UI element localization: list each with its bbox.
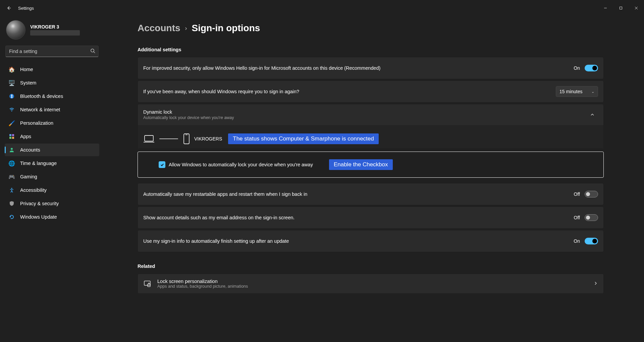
dropdown-value: 15 minutes — [559, 89, 582, 94]
nav-label: Bluetooth & devices — [20, 94, 63, 99]
brush-icon: 🖌️ — [9, 120, 15, 126]
lock-screen-icon — [143, 280, 151, 288]
back-button[interactable] — [2, 1, 15, 15]
row-label: Use my sign-in info to automatically fin… — [143, 238, 289, 244]
svg-point-8 — [11, 148, 13, 150]
app-title: Settings — [17, 6, 34, 11]
row-after-update: Use my sign-in info to automatically fin… — [138, 230, 604, 252]
avatar — [6, 20, 25, 40]
row-label: Show account details such as my email ad… — [143, 215, 294, 220]
toggle-state: Off — [574, 215, 580, 220]
sidebar: VIKROGER 3 🏠Home 🖥️System Bluetooth & de… — [0, 16, 104, 342]
nav: 🏠Home 🖥️System Bluetooth & devices Netwo… — [5, 63, 99, 223]
nav-privacy[interactable]: Privacy & security — [5, 197, 99, 210]
accessibility-icon — [9, 187, 15, 193]
nav-gaming[interactable]: 🎮Gaming — [5, 170, 99, 183]
nav-bluetooth[interactable]: Bluetooth & devices — [5, 90, 99, 103]
toggle-account-details[interactable] — [585, 214, 598, 221]
row-subtitle: Automatically lock your device when you'… — [143, 115, 234, 120]
nav-apps[interactable]: Apps — [5, 130, 99, 143]
nav-windows-update[interactable]: Windows Update — [5, 211, 99, 223]
titlebar: Settings — [0, 0, 644, 16]
svg-rect-11 — [184, 134, 189, 144]
gamepad-icon: 🎮 — [9, 174, 15, 180]
nav-label: Network & internet — [20, 107, 60, 112]
paired-devices: VIKROGERS — [143, 133, 222, 145]
checkbox-dynamic-lock[interactable] — [159, 161, 165, 168]
chevron-right-icon: › — [185, 25, 187, 32]
nav-label: Windows Update — [20, 214, 57, 220]
dynamic-lock-status-row: VIKROGERS The status shows Computer & Sm… — [138, 125, 603, 149]
svg-point-3 — [11, 111, 12, 112]
laptop-icon — [143, 134, 155, 143]
svg-rect-10 — [145, 135, 153, 141]
row-restartable-apps: Automatically save my restartable apps a… — [138, 183, 604, 205]
annotation-highlight-box: Allow Windows to automatically lock your… — [138, 152, 604, 178]
nav-label: Gaming — [20, 174, 37, 179]
toggle-after-update[interactable] — [585, 238, 598, 244]
svg-rect-5 — [12, 134, 14, 136]
annotation-status: The status shows Computer & Smarphone is… — [228, 133, 379, 144]
nav-accessibility[interactable]: Accessibility — [5, 184, 99, 196]
nav-label: Accounts — [20, 147, 40, 153]
nav-label: Personalization — [20, 120, 53, 126]
minimize-button[interactable] — [598, 3, 613, 13]
connection-line-icon — [159, 138, 178, 139]
svg-rect-4 — [9, 134, 11, 136]
breadcrumb-parent[interactable]: Accounts — [138, 23, 180, 34]
svg-point-9 — [11, 188, 12, 189]
nav-network[interactable]: Network & internet — [5, 103, 99, 116]
related-lock-screen[interactable]: Lock screen personalization Apps and sta… — [138, 274, 604, 294]
row-label: If you've been away, when should Windows… — [143, 89, 299, 94]
wifi-icon — [9, 107, 15, 113]
chevron-right-icon — [593, 281, 598, 287]
nav-label: Apps — [20, 134, 31, 139]
window-controls — [598, 3, 644, 13]
dynamic-lock-header[interactable]: Dynamic lock Automatically lock your dev… — [138, 104, 603, 125]
nav-label: Privacy & security — [20, 201, 59, 206]
bluetooth-icon — [9, 93, 15, 99]
row-hello-only: For improved security, only allow Window… — [138, 57, 604, 79]
profile-block[interactable]: VIKROGER 3 — [5, 19, 99, 45]
search-icon — [90, 48, 95, 54]
section-header-related: Related — [138, 264, 604, 269]
nav-label: Home — [20, 67, 33, 72]
search-input[interactable] — [5, 46, 99, 57]
collapse-button[interactable] — [587, 109, 598, 120]
svg-rect-6 — [9, 137, 11, 139]
page-title: Sign-in options — [192, 23, 260, 34]
shield-icon — [9, 201, 15, 207]
annotation-checkbox: Enable the Checkbox — [329, 159, 393, 170]
breadcrumb: Accounts › Sign-in options — [138, 23, 604, 34]
close-button[interactable] — [629, 3, 644, 13]
row-label: Automatically save my restartable apps a… — [143, 191, 307, 197]
chevron-down-icon: ⌄ — [591, 90, 594, 94]
nav-label: Accessibility — [20, 187, 47, 193]
globe-clock-icon: 🌐 — [9, 160, 15, 166]
system-icon: 🖥️ — [9, 80, 15, 86]
svg-rect-7 — [12, 137, 14, 139]
nav-personalization[interactable]: 🖌️Personalization — [5, 117, 99, 129]
nav-home[interactable]: 🏠Home — [5, 63, 99, 76]
svg-rect-0 — [620, 7, 622, 9]
maximize-button[interactable] — [613, 3, 629, 13]
paired-device-name: VIKROGERS — [194, 136, 222, 141]
profile-email-redacted — [30, 30, 80, 36]
toggle-hello-only[interactable] — [585, 65, 598, 71]
main-content: Accounts › Sign-in options Additional se… — [104, 16, 644, 342]
home-icon: 🏠 — [9, 66, 15, 72]
nav-time-language[interactable]: 🌐Time & language — [5, 157, 99, 170]
update-icon — [9, 214, 15, 220]
nav-system[interactable]: 🖥️System — [5, 76, 99, 89]
apps-icon — [9, 133, 15, 139]
search-wrap — [5, 46, 99, 57]
nav-label: Time & language — [20, 161, 57, 166]
row-show-account-details: Show account details such as my email ad… — [138, 207, 604, 229]
phone-icon — [183, 133, 190, 145]
related-subtitle: Apps and status, background picture, ani… — [157, 284, 248, 289]
nav-accounts[interactable]: Accounts — [5, 144, 99, 156]
nav-label: System — [20, 80, 36, 86]
dropdown-require-signin[interactable]: 15 minutes ⌄ — [556, 86, 598, 97]
toggle-restartable-apps[interactable] — [585, 191, 598, 197]
profile-name: VIKROGER 3 — [30, 24, 80, 30]
